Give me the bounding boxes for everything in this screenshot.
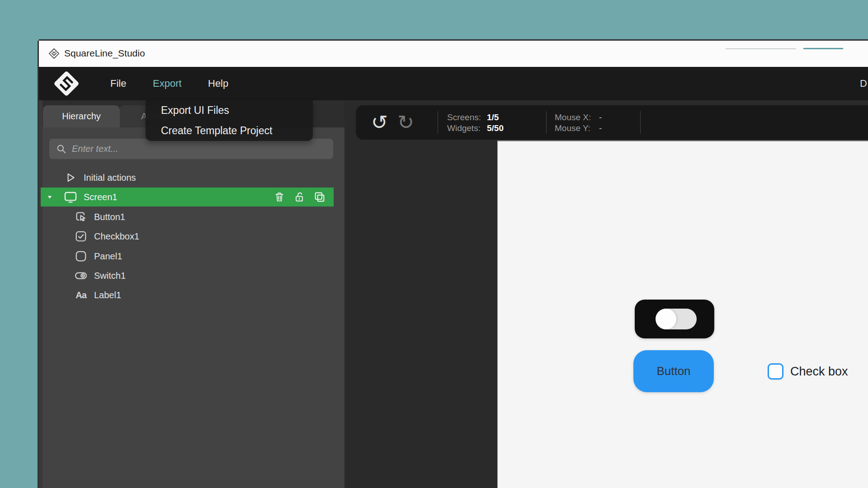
tree-item-label: Button1 bbox=[94, 212, 125, 222]
checkbox-widget-icon bbox=[74, 229, 88, 244]
widgets-label: Widgets: bbox=[447, 123, 487, 134]
screen-icon bbox=[63, 190, 78, 204]
tab-hierarchy[interactable]: Hierarchy bbox=[43, 105, 120, 127]
canvas-panel1-widget[interactable] bbox=[635, 300, 714, 338]
tree-item-switch1[interactable]: Switch1 bbox=[41, 266, 334, 285]
delete-icon[interactable] bbox=[273, 190, 286, 204]
undo-icon[interactable]: ↺ bbox=[371, 106, 388, 139]
panel-widget-icon bbox=[74, 249, 88, 263]
tree-item-label: Label1 bbox=[94, 290, 121, 300]
tree-item-label: Checkbox1 bbox=[94, 231, 139, 242]
tree-item-label: Initial actions bbox=[84, 173, 136, 183]
menu-right-clipped-text: D bbox=[860, 67, 867, 100]
app-logo-small-icon bbox=[48, 47, 60, 60]
screen-row-actions bbox=[273, 188, 326, 206]
desktop-background: SquareLine_Studio File Export Help D bbox=[0, 0, 868, 488]
tree-item-label: Screen1 bbox=[84, 192, 118, 202]
label-widget-icon: Aa bbox=[74, 288, 88, 302]
widgets-count: 5/50 bbox=[487, 123, 504, 134]
status-toolbar: ↺ ↻ Screens: 1/5 Widgets: 5/50 Mouse X: … bbox=[356, 105, 868, 140]
search-icon bbox=[56, 143, 67, 155]
titlebar-artifact-line-grey bbox=[726, 48, 796, 49]
menu-item-export-ui-files[interactable]: Export UI Files bbox=[146, 100, 313, 121]
toolbar-divider bbox=[546, 111, 547, 134]
squareline-logo-icon bbox=[52, 70, 80, 98]
button-widget-icon bbox=[74, 210, 88, 224]
menu-item-create-template-project[interactable]: Create Template Project bbox=[146, 121, 313, 141]
checkbox-box[interactable] bbox=[768, 363, 783, 380]
canvas-switch1-widget[interactable] bbox=[656, 309, 697, 329]
mouse-x-label: Mouse X: bbox=[555, 112, 599, 123]
tree-item-label: Switch1 bbox=[94, 271, 126, 281]
redo-icon[interactable]: ↻ bbox=[397, 106, 414, 139]
tree-item-checkbox1[interactable]: Checkbox1 bbox=[41, 227, 334, 246]
window-titlebar[interactable]: SquareLine_Studio bbox=[39, 41, 868, 67]
screens-label: Screens: bbox=[447, 112, 487, 123]
menu-help[interactable]: Help bbox=[208, 67, 228, 100]
checkbox-widget-label: Check box bbox=[790, 365, 848, 379]
canvas-checkbox1-widget[interactable]: Check box bbox=[768, 363, 848, 380]
hierarchy-search bbox=[49, 139, 333, 159]
switch-knob[interactable] bbox=[656, 309, 676, 329]
menu-file[interactable]: File bbox=[110, 67, 126, 100]
menu-export[interactable]: Export bbox=[153, 67, 182, 100]
duplicate-icon[interactable] bbox=[313, 190, 326, 204]
play-icon bbox=[63, 170, 78, 185]
caret-down-icon[interactable] bbox=[47, 194, 53, 200]
tree-item-label1[interactable]: Aa Label1 bbox=[41, 286, 334, 305]
tree-item-button1[interactable]: Button1 bbox=[41, 207, 334, 226]
mouse-x-value: - bbox=[599, 112, 602, 123]
button-widget-label: Button bbox=[656, 364, 690, 378]
titlebar-artifact-line-teal bbox=[803, 48, 843, 49]
toolbar-divider bbox=[438, 111, 438, 134]
tab-hierarchy-label: Hierarchy bbox=[62, 111, 101, 122]
canvas-button1-widget[interactable]: Button bbox=[633, 350, 714, 392]
design-canvas[interactable]: Button Check box bbox=[497, 141, 868, 488]
window-title: SquareLine_Studio bbox=[64, 41, 145, 66]
export-dropdown-menu: Export UI Files Create Template Project bbox=[146, 100, 313, 141]
tree-item-screen1[interactable]: Screen1 bbox=[41, 188, 334, 206]
tree-item-panel1[interactable]: Panel1 bbox=[41, 247, 334, 266]
mouse-y-label: Mouse Y: bbox=[555, 123, 599, 134]
mouse-coords: Mouse X: - Mouse Y: - bbox=[555, 112, 602, 134]
switch-widget-icon bbox=[74, 268, 88, 283]
hierarchy-panel: Hierarchy Animations Initia bbox=[39, 100, 344, 488]
unlock-icon[interactable] bbox=[293, 190, 306, 204]
menu-bar: File Export Help D bbox=[39, 67, 868, 100]
tree-item-label: Panel1 bbox=[94, 251, 122, 262]
search-input[interactable] bbox=[72, 144, 333, 154]
project-stats: Screens: 1/5 Widgets: 5/50 bbox=[447, 112, 504, 134]
mouse-y-value: - bbox=[599, 123, 602, 134]
app-window: SquareLine_Studio File Export Help D bbox=[39, 41, 868, 488]
screens-count: 1/5 bbox=[487, 112, 499, 123]
tree-item-initial-actions[interactable]: Initial actions bbox=[41, 168, 334, 187]
toolbar-divider bbox=[640, 111, 641, 134]
